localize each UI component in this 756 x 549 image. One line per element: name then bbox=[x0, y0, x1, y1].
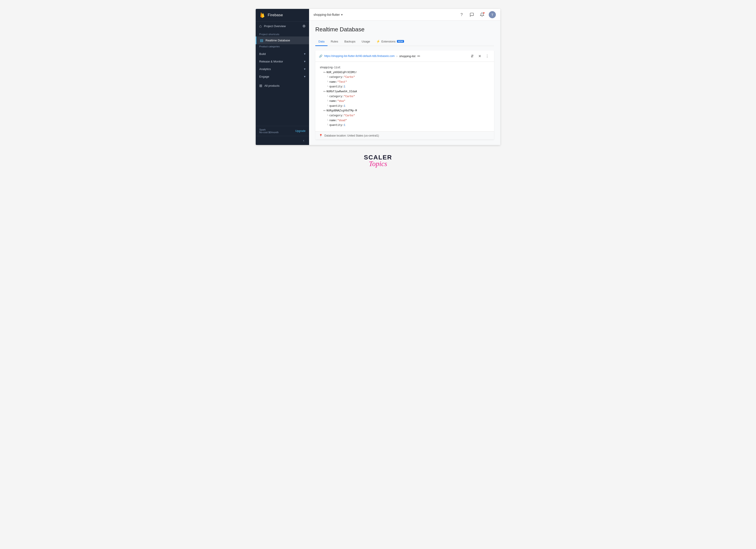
connector-icon: └ bbox=[327, 113, 328, 118]
field-name-key-0: name: bbox=[329, 80, 337, 85]
field-quantity-key-0: quantity: bbox=[329, 84, 344, 89]
sidebar-item-analytics[interactable]: Analytics ▾ bbox=[256, 65, 309, 73]
field-quantity-val-0: 1 bbox=[344, 84, 345, 89]
field-category-key-1: category: bbox=[329, 94, 344, 99]
project-overview-label: Project Overview bbox=[264, 24, 286, 28]
messages-button[interactable] bbox=[468, 11, 475, 18]
more-options-button[interactable]: ⋮ bbox=[484, 53, 491, 59]
notification-button[interactable] bbox=[479, 11, 486, 18]
extensions-icon: ⚡ bbox=[376, 40, 380, 43]
tab-usage[interactable]: Usage bbox=[359, 38, 373, 46]
collapse-button[interactable]: ✕ bbox=[476, 53, 483, 59]
db-toolbar-actions: ⇵ ✕ ⋮ bbox=[469, 53, 491, 59]
home-icon: ⌂ bbox=[259, 24, 262, 28]
connector-icon: └ bbox=[327, 75, 328, 80]
spark-label: Spark bbox=[259, 128, 279, 131]
db-url-link[interactable]: https://shopping-list-flutter-8cf40-defa… bbox=[324, 54, 395, 58]
top-bar: shopping-list-flutter ▾ ? T bbox=[309, 9, 500, 21]
help-button[interactable]: ? bbox=[458, 11, 465, 18]
tree-entry-1-fields: └ category: "Carbs" └ name: "dsa" └ bbox=[327, 94, 490, 109]
engage-chevron-icon: ▾ bbox=[304, 75, 306, 78]
field-category-val-0: "Carbs" bbox=[344, 75, 355, 80]
tree-entry-0: ▾ -NUR_yHXG6CqPrXCDMtr └ category: "Carb… bbox=[323, 70, 490, 89]
tree-entry-2-key: -NURgdBNAZsgV6dTMp-M bbox=[325, 109, 357, 113]
link-icon: 🔗 bbox=[319, 54, 322, 58]
field-category-val-1: "Carbs" bbox=[344, 94, 355, 99]
scaler-logo: SCALER Topics bbox=[364, 154, 392, 168]
sidebar-project-overview[interactable]: ⌂ Project Overview ⚙ bbox=[256, 22, 309, 31]
top-bar-actions: ? T bbox=[458, 11, 496, 18]
notification-dot bbox=[483, 12, 485, 14]
database-panel: 🔗 https://shopping-list-flutter-8cf40-de… bbox=[315, 50, 494, 140]
main-content: shopping-list-flutter ▾ ? T bbox=[309, 9, 500, 145]
field-quantity-key-1: quantity: bbox=[329, 104, 344, 109]
tab-extensions[interactable]: ⚡ Extensions NEW bbox=[373, 37, 407, 46]
sidebar-item-build[interactable]: Build ▾ bbox=[256, 50, 309, 58]
nav-section: Build ▾ Release & Monitor ▾ Analytics ▾ … bbox=[256, 49, 309, 82]
tab-backups[interactable]: Backups bbox=[341, 38, 359, 46]
extensions-label: Extensions bbox=[381, 40, 396, 43]
connector-icon: └ bbox=[327, 80, 328, 85]
new-badge: NEW bbox=[397, 40, 404, 43]
tree-entry-0-expand[interactable]: ▾ bbox=[323, 70, 325, 75]
sidebar-footer: Spark No-cost $0/month Upgrade bbox=[256, 126, 309, 136]
firebase-logo-icon bbox=[259, 12, 265, 18]
no-cost-label: No-cost $0/month bbox=[259, 131, 279, 134]
tree-entry-0-key: -NUR_yHXG6CqPrXCDMtr bbox=[325, 70, 357, 75]
tab-rules[interactable]: Rules bbox=[328, 38, 341, 46]
sidebar-all-products[interactable]: ⊞ All products bbox=[256, 82, 309, 90]
upgrade-button[interactable]: Upgrade bbox=[295, 129, 306, 133]
sidebar-item-release-monitor[interactable]: Release & Monitor ▾ bbox=[256, 58, 309, 65]
field-quantity-val-2: 1 bbox=[344, 123, 345, 128]
connector-icon: └ bbox=[327, 123, 328, 128]
analytics-label: Analytics bbox=[259, 67, 271, 71]
tree-entry-2: ▾ -NURgdBNAZsgV6dTMp-M └ category: "Carb… bbox=[323, 109, 490, 128]
field-quantity-val-1: 1 bbox=[344, 104, 345, 109]
engage-label: Engage bbox=[259, 75, 269, 78]
tree-entry-1-key: -NURbfJywRweG4_3IdaA bbox=[325, 89, 357, 94]
sidebar-item-engage[interactable]: Engage ▾ bbox=[256, 73, 309, 80]
tree-entry-1-expand[interactable]: ▾ bbox=[323, 89, 325, 94]
realtime-database-label: Realtime Database bbox=[265, 39, 290, 42]
tree-root-key: shopping-list bbox=[320, 65, 341, 70]
field-quantity-key-2: quantity: bbox=[329, 123, 344, 128]
field-name-val-0: "Test" bbox=[337, 80, 347, 85]
db-location-label: Database location: United States (us-cen… bbox=[324, 134, 379, 137]
page-content: Realtime Database Data Rules Backups Usa… bbox=[309, 21, 500, 145]
connector-icon: └ bbox=[327, 99, 328, 104]
gear-icon[interactable]: ⚙ bbox=[302, 24, 306, 28]
project-name: shopping-list-flutter bbox=[314, 13, 340, 16]
scaler-subtitle: Topics bbox=[369, 160, 387, 168]
project-selector-chevron-icon: ▾ bbox=[341, 13, 343, 16]
project-selector[interactable]: shopping-list-flutter ▾ bbox=[314, 13, 343, 16]
release-monitor-chevron-icon: ▾ bbox=[304, 60, 306, 63]
all-products-label: All products bbox=[264, 84, 279, 87]
analytics-chevron-icon: ▾ bbox=[304, 67, 306, 71]
field-name-val-2: "dsad" bbox=[337, 118, 347, 123]
field-name-key-2: name: bbox=[329, 118, 337, 123]
build-chevron-icon: ▾ bbox=[304, 52, 306, 56]
expand-button[interactable]: ⇵ bbox=[469, 53, 475, 59]
db-panel-toolbar: 🔗 https://shopping-list-flutter-8cf40-de… bbox=[315, 50, 494, 62]
sidebar-item-realtime-database[interactable]: ▤ Realtime Database bbox=[256, 36, 309, 44]
breadcrumb-separator: › bbox=[396, 54, 398, 58]
page-title: Realtime Database bbox=[315, 26, 494, 33]
field-name-key-1: name: bbox=[329, 99, 337, 104]
tree-entry-1: ▾ -NURbfJywRweG4_3IdaA └ category: "Carb… bbox=[323, 89, 490, 109]
product-categories-label: Product categories bbox=[256, 44, 309, 49]
edit-node-icon[interactable]: ✏ bbox=[417, 54, 420, 58]
db-url-section: 🔗 https://shopping-list-flutter-8cf40-de… bbox=[319, 54, 420, 58]
tab-data[interactable]: Data bbox=[315, 38, 328, 46]
field-category-key-2: category: bbox=[329, 113, 344, 118]
sidebar-logo-text: Firebase bbox=[268, 13, 283, 17]
release-monitor-label: Release & Monitor bbox=[259, 60, 283, 63]
field-name-val-1: "dsa" bbox=[337, 99, 345, 104]
user-avatar[interactable]: T bbox=[489, 11, 496, 18]
collapse-sidebar-button[interactable]: ‹ bbox=[301, 137, 307, 144]
location-icon: 📍 bbox=[319, 134, 323, 137]
grid-icon: ⊞ bbox=[259, 84, 262, 88]
db-data-tree: shopping-list ▾ -NUR_yHXG6CqPrXCDMtr └ c… bbox=[315, 62, 494, 131]
tree-entry-2-expand[interactable]: ▾ bbox=[323, 109, 325, 113]
connector-icon: └ bbox=[327, 94, 328, 99]
connector-icon: └ bbox=[327, 118, 328, 123]
